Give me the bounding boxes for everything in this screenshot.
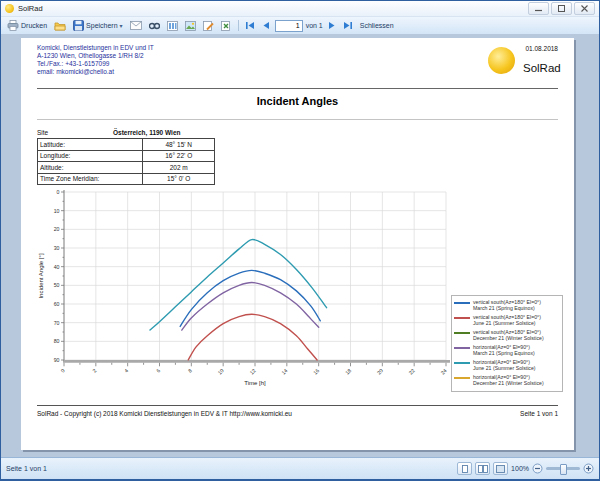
nav-last-button[interactable] [341,20,355,31]
x-tick-label: 16 [312,367,320,375]
nav-first-icon [245,21,255,30]
incident-angles-chart: 0246810121416182022240102030405060708090… [31,186,461,436]
nav-last-icon [343,21,353,30]
company-line: Tel./Fax.: +43-1-6157099 [37,60,154,68]
y-tick-label: 30 [54,245,60,251]
legend-entry: horizontal(Az=0° El=90°)March 21 (Spring… [454,344,560,356]
x-tick-label: 18 [344,367,352,375]
full-page-view-button[interactable] [493,462,508,475]
legend-entry: horizontal(Az=0° El=90°)June 21 (Summer … [454,359,560,371]
zoom-out-button[interactable] [532,463,543,474]
single-page-view-icon [461,465,469,473]
legend-line-swatch [454,317,470,319]
legend-entry: horizontal(Az=0° El=90°)December 21 (Win… [454,374,560,386]
maximize-icon [558,5,565,12]
x-tick-label: 8 [187,367,193,373]
columns-button[interactable] [165,20,180,32]
save-button[interactable]: Speichern ▾ [71,19,125,32]
nav-prev-button[interactable] [260,20,272,31]
y-tick-label: 50 [54,282,60,288]
company-line: A-1230 Wien, Othellogasse 1/RH 8/2 [37,52,154,60]
legend-line-swatch [454,332,470,334]
zoom-percentage-label: 100% [511,465,529,472]
image-button[interactable] [183,20,198,32]
save-dropdown-icon[interactable]: ▾ [120,23,123,29]
save-label: Speichern [86,22,118,29]
solrad-sun-logo [488,47,515,74]
search-button[interactable] [147,20,162,32]
x-tick-label: 4 [123,367,129,373]
report-title: Incident Angles [21,95,574,107]
company-line: email: mkomicki@chello.at [37,68,154,76]
y-tick-label: 70 [54,320,60,326]
window-title: SolRad [18,4,43,13]
chart-legend: vertical south(Az=180° El=0°)March 21 (S… [451,295,563,392]
site-table-row: Longitude:16° 22' O [38,151,214,163]
site-row-value: 15° 0' O [143,175,214,182]
open-folder-icon [54,21,66,31]
toolbar: Drucken Speichern ▾ [1,17,599,35]
y-tick-label: 40 [54,264,60,270]
print-label: Drucken [21,22,47,29]
email-button[interactable] [128,20,144,31]
close-button[interactable] [574,2,595,15]
page-of-label: von 1 [306,22,323,29]
legend-label: horizontal(Az=0° El=90°)June 21 (Summer … [473,359,536,371]
y-tick-label: 60 [54,301,60,307]
legend-label: vertical south(Az=180° El=0°)June 21 (Su… [473,314,541,326]
toolbar-separator [238,20,239,31]
edit-button[interactable] [201,20,216,32]
page-number-input[interactable] [275,20,303,32]
zoom-slider-thumb[interactable] [560,464,567,475]
page-footer: SolRad - Copyright (c) 2018 Komicki Dien… [37,410,558,417]
nav-first-button[interactable] [243,20,257,31]
x-tick-label: 12 [248,367,256,375]
zoom-slider-track[interactable] [546,467,580,470]
site-row-label: Time Zone Meridian: [38,174,143,185]
full-page-view-icon [496,465,505,473]
x-axis-title: Time [h] [244,380,266,386]
site-table: Latitude:48° 15' NLongitude:16° 22' OAlt… [37,138,215,185]
image-icon [185,21,196,31]
print-icon [7,20,19,31]
status-zoom-controls: 100% [457,462,594,475]
x-tick-label: 22 [408,367,416,375]
nav-next-button[interactable] [326,20,338,31]
legend-label: vertical south(Az=180° El=0°)December 21… [473,329,544,341]
export-icon [221,21,232,31]
nav-prev-icon [262,21,270,30]
x-tick-label: 14 [280,367,288,375]
print-button[interactable]: Drucken [5,19,49,32]
search-icon [149,21,160,31]
site-row-label: Altitude: [38,162,143,173]
zoom-in-button[interactable] [583,463,594,474]
x-tick-label: 10 [217,367,225,375]
y-tick-label: 10 [54,208,60,214]
preview-area: Komicki, Dienstleistungen in EDV und IT … [1,34,599,459]
close-preview-label: Schliessen [360,22,394,29]
company-address-block: Komicki, Dienstleistungen in EDV und IT … [37,44,154,76]
site-table-row: Time Zone Meridian:15° 0' O [38,174,214,185]
footer-copyright: SolRad - Copyright (c) 2018 Komicki Dien… [37,410,292,417]
two-page-view-button[interactable] [475,462,490,475]
close-preview-button[interactable]: Schliessen [358,21,396,30]
minimize-button[interactable] [528,2,549,15]
open-button[interactable] [52,20,68,32]
footer-divider [37,405,558,406]
x-tick-label: 0 [59,367,65,373]
status-pages-label: Seite 1 von 1 [6,465,47,472]
legend-line-swatch [454,362,470,364]
y-tick-label: 80 [54,338,60,344]
nav-next-icon [328,21,336,30]
site-row-value: 202 m [143,164,214,171]
export-button[interactable] [219,20,234,32]
legend-entry: vertical south(Az=180° El=0°)June 21 (Su… [454,314,560,326]
single-page-view-button[interactable] [457,462,472,475]
maximize-button[interactable] [551,2,572,15]
save-icon [73,20,84,31]
close-icon [581,5,588,12]
site-row-value: 48° 15' N [143,141,214,148]
site-info: Site Österreich, 1190 Wien Latitude:48° … [37,126,215,185]
title-divider [37,119,558,120]
site-label: Site [37,129,113,136]
